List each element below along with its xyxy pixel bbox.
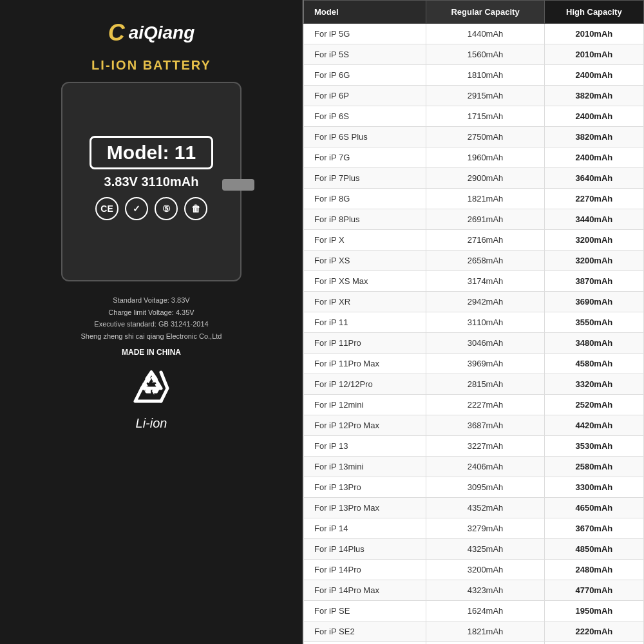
trash-icon: 🗑 xyxy=(184,197,207,220)
model-badge: Model: 11 xyxy=(90,136,213,169)
cell-regular: 2750mAh xyxy=(426,127,544,147)
cell-regular: 2658mAh xyxy=(426,251,544,271)
table-row: For iP 11Pro3046mAh3480mAh xyxy=(304,333,644,354)
table-row: For iP XS Max3174mAh3870mAh xyxy=(304,271,644,292)
cell-high: 3640mAh xyxy=(544,168,643,189)
model-prefix: Model: xyxy=(107,142,169,163)
left-panel: C aiQiang LI-ION BATTERY Model: 11 3.83V… xyxy=(0,0,303,644)
cell-model: For iP 5S xyxy=(304,44,426,65)
table-row: For iP 11Pro Max3969mAh4580mAh xyxy=(304,354,644,374)
capacity-table: Model Regular Capacity High Capacity For… xyxy=(303,0,644,644)
cell-model: For iP 6S Plus xyxy=(304,127,426,147)
cell-high: 4650mAh xyxy=(544,498,643,518)
cell-regular: 3279mAh xyxy=(426,518,544,539)
cell-high: 3820mAh xyxy=(544,86,643,106)
cell-model: For iP 5G xyxy=(304,24,426,44)
cell-high: 3670mAh xyxy=(544,518,643,539)
table-row: For iP 14Pro Max4323mAh4770mAh xyxy=(304,580,644,601)
cell-model: For iP 14Pro xyxy=(304,560,426,580)
right-panel[interactable]: Model Regular Capacity High Capacity For… xyxy=(303,0,644,644)
cell-high: 4420mAh xyxy=(544,415,643,436)
table-row: For iP 133227mAh3530mAh xyxy=(304,436,644,457)
cell-model: For iP 12mini xyxy=(304,395,426,415)
cell-high: 1950mAh xyxy=(544,601,643,621)
logo-c-icon: C xyxy=(108,19,125,46)
cell-regular: 3969mAh xyxy=(426,354,544,374)
table-row: For iP 13Pro3095mAh3300mAh xyxy=(304,477,644,498)
cell-high: 2010mAh xyxy=(544,44,643,65)
recycle-icon: ♻ xyxy=(129,366,174,413)
table-row: For iP 6S Plus2750mAh3820mAh xyxy=(304,127,644,147)
cell-regular: 3110mAh xyxy=(426,312,544,333)
liion-bottom: Li-ion xyxy=(136,416,167,431)
cell-model: For iP SE3 xyxy=(304,642,426,645)
cell-high: 2400mAh xyxy=(544,65,643,86)
battery-image: Model: 11 3.83V 3110mAh CE ✓ ⑤ 🗑 xyxy=(55,82,248,288)
cell-regular: 1821mAh xyxy=(426,189,544,209)
cell-high: 3550mAh xyxy=(544,312,643,333)
cell-high: 3480mAh xyxy=(544,333,643,354)
cell-model: For iP 7Plus xyxy=(304,168,426,189)
cell-high: 2580mAh xyxy=(544,457,643,477)
cell-regular: 1715mAh xyxy=(426,106,544,127)
cell-regular: 1810mAh xyxy=(426,65,544,86)
model-label: Model: 11 xyxy=(107,142,196,163)
table-row: For iP SE21821mAh2220mAh xyxy=(304,621,644,642)
table-row: For iP 12/12Pro2815mAh3320mAh xyxy=(304,374,644,395)
spec-line-3: Executive standard: GB 31241-2014 xyxy=(81,318,222,330)
cell-regular: 2716mAh xyxy=(426,230,544,251)
cell-regular: 2691mAh xyxy=(426,209,544,230)
cell-regular: 1624mAh xyxy=(426,601,544,621)
table-row: For iP SE1624mAh1950mAh xyxy=(304,601,644,621)
cell-high: 3690mAh xyxy=(544,292,643,312)
table-row: For iP 8G1821mAh2270mAh xyxy=(304,189,644,209)
cell-model: For iP 12Pro Max xyxy=(304,415,426,436)
table-row: For iP 6S1715mAh2400mAh xyxy=(304,106,644,127)
cell-model: For iP 13 xyxy=(304,436,426,457)
cell-model: For iP X xyxy=(304,230,426,251)
table-row: For iP 13Pro Max4352mAh4650mAh xyxy=(304,498,644,518)
cell-high: 3440mAh xyxy=(544,209,643,230)
cell-high: 2270mAh xyxy=(544,189,643,209)
spec-line-1: Standard Voitage: 3.83V xyxy=(81,294,222,307)
ce-icon: CE xyxy=(95,197,118,220)
table-row: For iP 12Pro Max3687mAh4420mAh xyxy=(304,415,644,436)
table-row: For iP 8Plus2691mAh3440mAh xyxy=(304,209,644,230)
cell-model: For iP 13mini xyxy=(304,457,426,477)
cell-high: 3320mAh xyxy=(544,374,643,395)
cell-model: For iP 8Plus xyxy=(304,209,426,230)
logo-area: C aiQiang xyxy=(108,19,195,46)
table-row: For iP 14Plus4325mAh4850mAh xyxy=(304,539,644,560)
cell-model: For iP 6P xyxy=(304,86,426,106)
table-row: For iP 5S1560mAh2010mAh xyxy=(304,44,644,65)
cell-regular: 3095mAh xyxy=(426,477,544,498)
cell-high: 2480mAh xyxy=(544,560,643,580)
logo-text: aiQiang xyxy=(129,23,195,43)
cell-model: For iP 6S xyxy=(304,106,426,127)
cell-model: For iP XS Max xyxy=(304,271,426,292)
cell-regular: 3200mAh xyxy=(426,560,544,580)
table-row: For iP X2716mAh3200mAh xyxy=(304,230,644,251)
cell-high: 3300mAh xyxy=(544,477,643,498)
table-row: For iP 14Pro3200mAh2480mAh xyxy=(304,560,644,580)
cell-regular: 3046mAh xyxy=(426,333,544,354)
cell-regular: 2227mAh xyxy=(426,395,544,415)
table-row: For iP 5G1440mAh2010mAh xyxy=(304,24,644,44)
cell-regular: 4352mAh xyxy=(426,498,544,518)
table-row: For iP 6G1810mAh2400mAh xyxy=(304,65,644,86)
table-row: For iP 12mini2227mAh2520mAh xyxy=(304,395,644,415)
model-number: 11 xyxy=(175,142,196,163)
battery-body: Model: 11 3.83V 3110mAh CE ✓ ⑤ 🗑 xyxy=(61,82,242,281)
spec-line-2: Charge limit Voltage: 4.35V xyxy=(81,307,222,319)
cell-model: For iP 11 xyxy=(304,312,426,333)
cell-high: 3820mAh xyxy=(544,127,643,147)
cell-regular: 1821mAh xyxy=(426,621,544,642)
table-row: For iP 7G1960mAh2400mAh xyxy=(304,147,644,168)
cell-model: For iP 14 xyxy=(304,518,426,539)
cell-high: 2220mAh xyxy=(544,621,643,642)
cell-model: For iP 13Pro Max xyxy=(304,498,426,518)
cell-regular: 1560mAh xyxy=(426,44,544,65)
cell-high: 2400mAh xyxy=(544,147,643,168)
cell-high: 4770mAh xyxy=(544,580,643,601)
voltage-label: 3.83V 3110mAh xyxy=(104,175,199,189)
